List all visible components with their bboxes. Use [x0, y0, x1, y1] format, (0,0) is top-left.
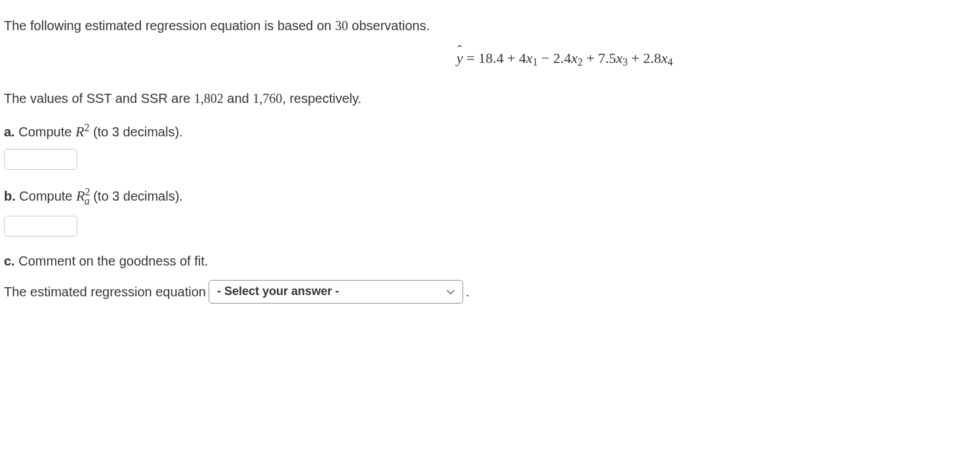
x3-var: x: [616, 50, 623, 66]
x1-sub: 1: [533, 56, 538, 68]
qb-label: b.: [4, 189, 16, 203]
coef-4: 2.8: [643, 50, 661, 66]
qb-text-pre: Compute: [16, 189, 76, 203]
answer-c-pre: The estimated regression equation: [4, 282, 206, 302]
r-squared-symbol: R2: [75, 123, 89, 140]
sst-post: , respectively.: [282, 91, 361, 106]
question-c: c. Comment on the goodness of fit.: [4, 251, 976, 271]
intercept: 18.4: [478, 50, 504, 66]
op-minus: −: [538, 50, 553, 66]
x4-sub: 4: [668, 56, 673, 68]
equals-sign: =: [463, 50, 478, 66]
coef-3: 7.5: [598, 50, 617, 66]
qc-text: Comment on the goodness of fit.: [15, 254, 209, 268]
op-plus-4: +: [628, 50, 643, 66]
sst-pre: The values of SST and SSR are: [4, 91, 194, 106]
qb-R: R: [76, 188, 85, 204]
question-a: a. Compute R2 (to 3 decimals).: [4, 120, 976, 142]
qa-text-post: (to 3 decimals).: [89, 125, 182, 139]
qc-label: c.: [4, 254, 15, 268]
answer-c-select-wrap: - Select your answer -: [206, 280, 466, 304]
intro-text: The following estimated regression equat…: [4, 16, 976, 35]
coef-2: 2.4: [553, 50, 571, 66]
r-squared-adj-symbol: R2a: [76, 188, 90, 204]
coef-1: 4: [519, 50, 526, 66]
answer-b-input[interactable]: [4, 216, 77, 237]
qa-R: R: [75, 123, 84, 140]
intro-pre: The following estimated regression equat…: [4, 18, 335, 33]
x1-var: x: [526, 50, 533, 66]
answer-c-select[interactable]: - Select your answer -: [209, 280, 463, 304]
yhat-symbol: ˆ y: [457, 47, 463, 69]
intro-n: 30: [335, 18, 348, 33]
sst-value: 1,802: [194, 91, 224, 106]
x4-var: x: [661, 50, 668, 66]
answer-c-post: .: [466, 282, 470, 302]
intro-post: observations.: [348, 18, 430, 33]
x3-sub: 3: [623, 56, 628, 68]
chevron-down-icon: [445, 287, 456, 297]
sst-ssr-text: The values of SST and SSR are 1,802 and …: [4, 89, 976, 108]
sst-mid: and: [224, 91, 253, 106]
answer-a-input[interactable]: [4, 149, 77, 170]
answer-c-line: The estimated regression equation - Sele…: [4, 280, 976, 304]
op-plus-3: +: [582, 50, 598, 66]
qa-label: a.: [4, 125, 15, 139]
hat-accent: ˆ: [458, 40, 462, 60]
qa-text-pre: Compute: [15, 125, 75, 139]
select-placeholder: - Select your answer -: [217, 283, 339, 300]
qb-text-post: (to 3 decimals).: [90, 189, 183, 203]
ssr-value: 1,760: [253, 91, 282, 106]
op-plus-1: +: [504, 50, 519, 66]
question-b: b. Compute R2a (to 3 decimals).: [4, 184, 976, 208]
question-body: The following estimated regression equat…: [0, 0, 980, 304]
regression-equation: ˆ y = 18.4 + 4x1 − 2.4x2 + 7.5x3 + 2.8x4: [4, 47, 976, 70]
qb-sub: a: [85, 195, 90, 207]
